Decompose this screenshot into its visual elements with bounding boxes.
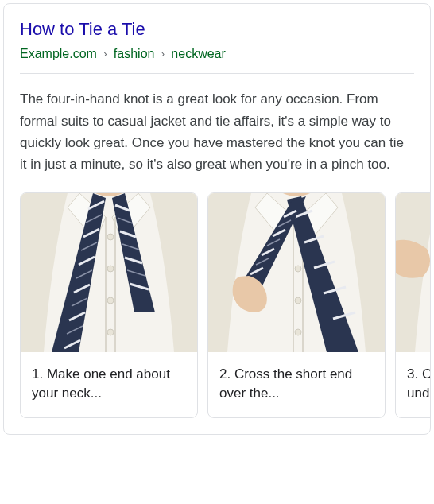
breadcrumb-path: fashion bbox=[114, 47, 155, 60]
svg-point-5 bbox=[107, 297, 114, 304]
svg-point-4 bbox=[107, 266, 114, 272]
svg-point-3 bbox=[107, 234, 114, 240]
step-image bbox=[21, 193, 197, 352]
breadcrumb: Example.com › fashion › neckwear bbox=[20, 46, 414, 63]
step-card[interactable]: 1. Make one end about your neck... bbox=[20, 192, 198, 418]
step-label: 2. Cross the short end over the... bbox=[208, 352, 385, 417]
divider bbox=[20, 73, 414, 74]
how-to-result-card: How to Tie a Tie Example.com › fashion ›… bbox=[3, 3, 431, 435]
steps-carousel[interactable]: 1. Make one end about your neck... bbox=[4, 192, 430, 418]
step-card[interactable]: 2. Cross the short end over the... bbox=[207, 192, 386, 418]
result-title-link[interactable]: How to Tie a Tie bbox=[20, 18, 414, 41]
svg-point-6 bbox=[107, 329, 114, 335]
breadcrumb-site: Example.com bbox=[20, 47, 97, 60]
svg-point-28 bbox=[295, 266, 301, 272]
step-image bbox=[396, 193, 430, 352]
breadcrumb-separator: › bbox=[161, 48, 165, 60]
breadcrumb-path: neckwear bbox=[171, 47, 225, 60]
step-card[interactable]: 3. Cross the long end under your b bbox=[395, 192, 430, 418]
step-image bbox=[208, 193, 385, 352]
step-label: 1. Make one end about your neck... bbox=[21, 352, 197, 417]
breadcrumb-separator: › bbox=[103, 48, 107, 60]
result-description: The four-in-hand knot is a great look fo… bbox=[4, 88, 430, 175]
result-header: How to Tie a Tie Example.com › fashion ›… bbox=[4, 18, 430, 62]
step-label: 3. Cross the long end under your b bbox=[396, 352, 430, 417]
svg-point-29 bbox=[295, 297, 301, 304]
svg-point-30 bbox=[295, 329, 301, 335]
